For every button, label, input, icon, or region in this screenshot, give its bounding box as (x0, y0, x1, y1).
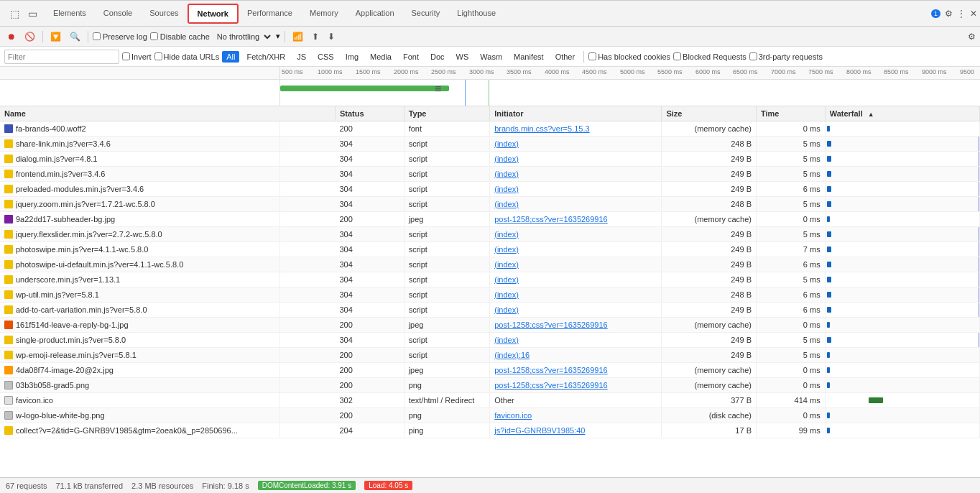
table-row[interactable]: frontend.min.js?ver=3.4.6304script(index… (0, 167, 980, 182)
initiator-cell[interactable]: post-1258;css?ver=1635269916 (490, 212, 662, 227)
tab-application[interactable]: Application (347, 4, 403, 23)
table-row[interactable]: single-product.min.js?ver=5.8.0304script… (0, 333, 980, 348)
initiator-cell[interactable]: js?id=G-GNRB9V1985:40 (490, 423, 662, 438)
upload-icon[interactable]: ⬆ (309, 30, 322, 43)
tab-console[interactable]: Console (95, 4, 141, 23)
table-row[interactable]: wp-util.min.js?ver=5.8.1304script(index)… (0, 287, 980, 303)
filter-type-img[interactable]: Img (341, 51, 363, 63)
table-row[interactable]: photoswipe-ui-default.min.js?ver=4.1.1-w… (0, 257, 980, 272)
clear-button[interactable]: 🚫 (22, 30, 38, 43)
initiator-link[interactable]: (index) (494, 155, 519, 163)
close-button[interactable]: ✕ (970, 9, 977, 19)
initiator-link[interactable]: brands.min.css?ver=5.15.3 (494, 124, 589, 133)
initiator-link[interactable]: (index) (494, 230, 519, 239)
initiator-cell[interactable]: post-1258;css?ver=1635269916 (490, 318, 662, 333)
initiator-link[interactable]: favicon.ico (494, 411, 532, 420)
filter-type-wasm[interactable]: Wasm (476, 51, 507, 63)
filter-type-fetchxhr[interactable]: Fetch/XHR (242, 51, 290, 63)
initiator-cell[interactable]: post-1258;css?ver=1635269916 (490, 363, 662, 378)
col-header-size[interactable]: Size (662, 106, 757, 121)
initiator-link[interactable]: (index) (494, 139, 519, 148)
preserve-log-input[interactable] (93, 32, 101, 40)
throttle-select[interactable]: No throttling (213, 32, 273, 42)
filter-button[interactable]: 🔽 (47, 30, 64, 43)
settings-button[interactable]: ⚙ (945, 9, 953, 19)
initiator-cell[interactable]: (index):16 (490, 348, 662, 363)
initiator-link[interactable]: (index) (494, 275, 519, 284)
third-party-checkbox[interactable]: 3rd-party requests (749, 52, 823, 61)
table-row[interactable]: fa-brands-400.woff2200fontbrands.min.css… (0, 121, 980, 137)
tab-network[interactable]: Network (188, 4, 239, 24)
initiator-cell[interactable]: (index) (490, 272, 662, 287)
initiator-link[interactable]: (index) (494, 336, 519, 344)
initiator-cell[interactable]: post-1258;css?ver=1635269916 (490, 378, 662, 393)
preserve-log-checkbox[interactable]: Preserve log (93, 32, 147, 41)
tab-elements[interactable]: Elements (45, 4, 95, 23)
table-row[interactable]: 9a22dd17-subheader-bg.jpg200jpegpost-125… (0, 212, 980, 227)
initiator-link[interactable]: (index) (494, 170, 519, 178)
filter-type-other[interactable]: Other (551, 51, 580, 63)
col-header-initiator[interactable]: Initiator (490, 106, 662, 121)
inspect-icon[interactable]: ⬚ (7, 5, 22, 22)
tab-memory[interactable]: Memory (301, 4, 347, 23)
initiator-link[interactable]: js?id=G-GNRB9V1985:40 (494, 426, 585, 435)
initiator-cell[interactable]: (index) (490, 197, 662, 212)
disable-cache-input[interactable] (150, 32, 158, 40)
tab-lighthouse[interactable]: Lighthouse (448, 4, 504, 23)
search-button[interactable]: 🔍 (67, 30, 83, 43)
invert-input[interactable] (122, 52, 130, 60)
blocked-requests-checkbox[interactable]: Blocked Requests (673, 52, 746, 61)
filter-type-doc[interactable]: Doc (426, 51, 449, 63)
initiator-link[interactable]: (index) (494, 305, 519, 314)
initiator-link[interactable]: post-1258;css?ver=1635269916 (494, 215, 607, 224)
initiator-cell[interactable]: brands.min.css?ver=5.15.3 (490, 121, 662, 137)
table-row[interactable]: jquery.zoom.min.js?ver=1.7.21-wc.5.8.030… (0, 197, 980, 212)
table-row[interactable]: add-to-cart-variation.min.js?ver=5.8.030… (0, 303, 980, 318)
initiator-link[interactable]: (index) (494, 200, 519, 208)
filter-type-manifest[interactable]: Manifest (509, 51, 548, 63)
hide-data-urls-input[interactable] (154, 52, 162, 60)
third-party-input[interactable] (749, 52, 757, 60)
blocked-requests-input[interactable] (673, 52, 681, 60)
col-header-status[interactable]: Status (335, 106, 404, 121)
filter-type-font[interactable]: Font (399, 51, 423, 63)
more-options-button[interactable]: ⋮ (957, 9, 966, 19)
filter-input[interactable] (4, 50, 119, 64)
col-header-time[interactable]: Time (756, 106, 825, 121)
initiator-cell[interactable]: favicon.ico (490, 408, 662, 423)
table-row[interactable]: underscore.min.js?ver=1.13.1304script(in… (0, 272, 980, 287)
col-header-name[interactable]: Name (0, 106, 335, 121)
initiator-cell[interactable]: (index) (490, 227, 662, 242)
hide-data-urls-checkbox[interactable]: Hide data URLs (154, 52, 220, 61)
download-icon[interactable]: ⬇ (325, 30, 338, 43)
has-blocked-cookies-input[interactable] (588, 52, 596, 60)
tab-performance[interactable]: Performance (239, 4, 301, 23)
disable-cache-checkbox[interactable]: Disable cache (150, 32, 210, 41)
initiator-link[interactable]: (index) (494, 260, 519, 269)
network-settings-button[interactable]: ⚙ (968, 32, 976, 42)
initiator-cell[interactable]: (index) (490, 287, 662, 303)
table-row[interactable]: favicon.ico302text/html / RedirectOther3… (0, 393, 980, 408)
wifi-icon[interactable]: 📶 (290, 30, 306, 43)
table-row[interactable]: wp-emoji-release.min.js?ver=5.8.1200scri… (0, 348, 980, 363)
table-row[interactable]: 4da08f74-image-20@2x.jpg200jpegpost-1258… (0, 363, 980, 378)
table-row[interactable]: jquery.flexslider.min.js?ver=2.7.2-wc.5.… (0, 227, 980, 242)
filter-type-ws[interactable]: WS (452, 51, 473, 63)
initiator-cell[interactable]: (index) (490, 242, 662, 257)
table-row[interactable]: dialog.min.js?ver=4.8.1304script(index)2… (0, 152, 980, 167)
initiator-cell[interactable]: (index) (490, 137, 662, 152)
filter-type-all[interactable]: All (222, 51, 239, 63)
initiator-cell[interactable]: (index) (490, 167, 662, 182)
record-button[interactable]: ⏺ (4, 30, 19, 43)
initiator-cell[interactable]: (index) (490, 333, 662, 348)
initiator-link[interactable]: (index) (494, 185, 519, 193)
tab-sources[interactable]: Sources (141, 4, 187, 23)
table-row[interactable]: 161f514d-leave-a-reply-bg-1.jpg200jpegpo… (0, 318, 980, 333)
col-header-waterfall[interactable]: Waterfall ▲ (825, 106, 979, 121)
filter-type-media[interactable]: Media (366, 51, 396, 63)
col-header-type[interactable]: Type (404, 106, 490, 121)
tab-security[interactable]: Security (403, 4, 449, 23)
initiator-link[interactable]: post-1258;css?ver=1635269916 (494, 321, 607, 329)
table-row[interactable]: 03b3b058-grad5.png200pngpost-1258;css?ve… (0, 378, 980, 393)
table-row[interactable]: share-link.min.js?ver=3.4.6304script(ind… (0, 137, 980, 152)
